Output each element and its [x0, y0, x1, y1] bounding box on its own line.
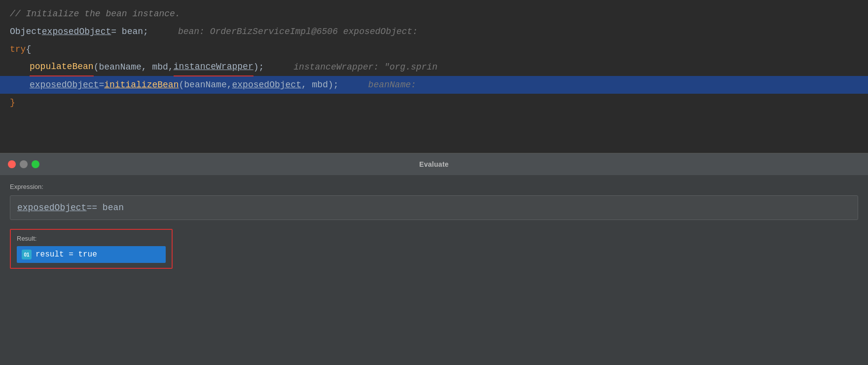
traffic-light-green[interactable] — [32, 160, 39, 168]
code-type: Object — [10, 23, 42, 40]
expression-input[interactable]: exposedObject == bean — [10, 195, 858, 220]
code-editor: // Initialize the bean instance. Object … — [0, 0, 868, 153]
traffic-light-yellow[interactable] — [20, 160, 28, 168]
code-hint-2: bean: OrderBizServiceImpl@6506 exposedOb… — [178, 23, 418, 40]
code-line-2: Object exposedObject = bean; bean: Order… — [0, 23, 868, 40]
code-line-1: // Initialize the bean instance. — [0, 5, 868, 23]
code-brace-open: { — [26, 40, 31, 58]
code-line-5: exposedObject = initializeBean (beanName… — [0, 76, 868, 94]
code-line-4: populateBean (beanName, mbd, instanceWra… — [0, 58, 868, 76]
evaluate-dialog: Evaluate Expression: exposedObject == be… — [0, 153, 868, 365]
result-label: Result: — [17, 235, 166, 242]
dialog-titlebar: Evaluate — [0, 153, 868, 175]
code-method-populate: populateBean — [30, 58, 94, 76]
dialog-title: Evaluate — [419, 160, 449, 168]
code-arg-exposed-3: exposedObject — [232, 76, 301, 94]
code-args-4: (beanName, mbd, — [94, 58, 174, 76]
code-try: try — [10, 40, 26, 58]
traffic-lights — [8, 160, 39, 168]
code-hint-4: instanceWrapper: "org.sprin — [293, 58, 437, 76]
code-args2-5: , mbd); — [301, 76, 339, 94]
code-line-6: } — [0, 94, 868, 111]
code-line-3: try { — [0, 40, 868, 58]
expression-operator: == bean — [86, 203, 124, 213]
code-arg-instance: instanceWrapper — [174, 58, 253, 76]
result-section: Result: 01 result = true — [10, 229, 173, 269]
code-args-5: (beanName, — [179, 76, 232, 94]
code-hint-5: beanName: — [368, 76, 416, 94]
code-close-4: ); — [253, 58, 264, 76]
code-var-exposed: exposedObject — [42, 23, 111, 40]
result-row: 01 result = true — [17, 246, 166, 263]
code-comment: // Initialize the bean instance. — [10, 5, 181, 23]
code-var-exposed-2: exposedObject — [30, 76, 99, 94]
code-rest-5: = — [99, 76, 104, 94]
dialog-body: Expression: exposedObject == bean Result… — [0, 175, 868, 365]
result-type-icon: 01 — [22, 250, 32, 259]
code-method-init: initializeBean — [104, 76, 179, 94]
code-brace-close: } — [10, 94, 15, 111]
result-value: result = true — [36, 250, 97, 259]
expression-label: Expression: — [10, 183, 858, 190]
code-eq: = bean; — [111, 23, 148, 40]
traffic-light-red[interactable] — [8, 160, 16, 168]
expression-var: exposedObject — [17, 203, 86, 213]
